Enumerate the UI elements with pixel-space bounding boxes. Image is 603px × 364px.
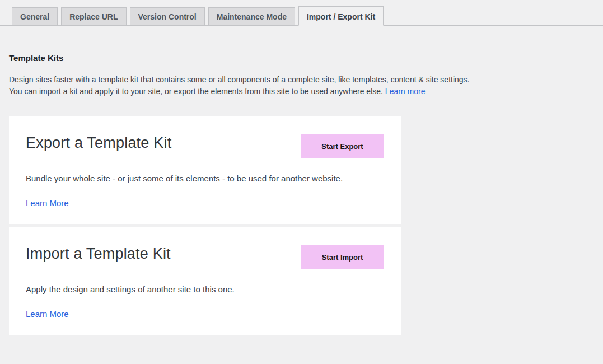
learn-more-link-import[interactable]: Learn More: [26, 309, 69, 319]
start-import-button[interactable]: Start Import: [301, 245, 384, 269]
export-kit-card-header: Export a Template Kit Start Export: [26, 134, 384, 158]
tab-import-export-kit[interactable]: Import / Export Kit: [298, 6, 384, 26]
import-kit-card: Import a Template Kit Start Import Apply…: [9, 227, 401, 335]
learn-more-link-intro[interactable]: Learn more: [385, 87, 426, 96]
section-title: Template Kits: [9, 53, 603, 63]
section-description-line2: You can import a kit and apply it to you…: [9, 87, 383, 96]
import-kit-card-header: Import a Template Kit Start Import: [26, 245, 384, 269]
kit-cards-container: Export a Template Kit Start Export Bundl…: [9, 116, 401, 335]
export-kit-card: Export a Template Kit Start Export Bundl…: [9, 116, 401, 224]
tab-replace-url[interactable]: Replace URL: [61, 7, 126, 26]
section-description-line1: Design sites faster with a template kit …: [9, 75, 470, 84]
tab-maintenance-mode[interactable]: Maintenance Mode: [208, 7, 295, 26]
start-export-button[interactable]: Start Export: [301, 134, 384, 158]
export-kit-title: Export a Template Kit: [26, 134, 171, 152]
export-kit-description: Bundle your whole site - or just some of…: [26, 174, 384, 184]
tab-general[interactable]: General: [12, 7, 58, 26]
section-description: Design sites faster with a template kit …: [9, 74, 524, 97]
import-kit-title: Import a Template Kit: [26, 245, 171, 263]
settings-tab-bar: General Replace URL Version Control Main…: [0, 0, 603, 26]
import-kit-description: Apply the design and settings of another…: [26, 284, 384, 295]
tab-version-control[interactable]: Version Control: [130, 7, 205, 26]
learn-more-link-export[interactable]: Learn More: [26, 198, 69, 208]
